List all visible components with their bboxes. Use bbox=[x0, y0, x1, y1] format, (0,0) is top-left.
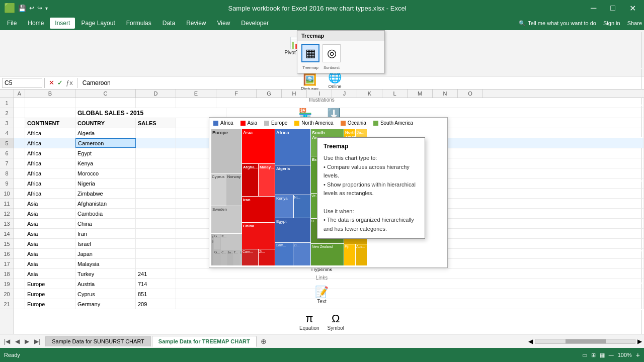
cell-c20[interactable]: Cyprus bbox=[75, 289, 136, 299]
cell-c11[interactable]: Afghanistan bbox=[75, 199, 136, 208]
row-num-10[interactable]: 10 bbox=[0, 189, 14, 199]
zoom-in-btn[interactable]: + bbox=[636, 351, 640, 359]
c-cell[interactable]: C... bbox=[221, 250, 226, 265]
tell-me[interactable]: 🔍 Tell me what you want to do bbox=[519, 20, 596, 27]
cell-b3[interactable]: CONTINENT bbox=[25, 118, 75, 128]
cell-a12[interactable] bbox=[14, 209, 25, 218]
norway-cell[interactable]: Norway bbox=[227, 174, 242, 206]
cell-a8[interactable] bbox=[14, 168, 25, 178]
cell-d16[interactable] bbox=[136, 249, 176, 258]
row-num-11[interactable]: 11 bbox=[0, 199, 14, 209]
cell-c8[interactable]: Morocco bbox=[75, 168, 136, 178]
row-num-19[interactable]: 19 bbox=[0, 279, 14, 289]
row-num-21[interactable]: 21 bbox=[0, 299, 14, 309]
cell-d1[interactable] bbox=[136, 98, 176, 108]
ni-cell[interactable]: Ni... bbox=[294, 195, 311, 218]
tab-prev-btn[interactable]: ◀ bbox=[13, 337, 22, 346]
uk-cell[interactable]: United King... bbox=[211, 234, 213, 265]
col-header-e[interactable]: E bbox=[176, 89, 216, 98]
africa-main[interactable]: Africa bbox=[275, 129, 310, 165]
cell-a10[interactable] bbox=[14, 189, 25, 198]
menu-data[interactable]: Data bbox=[157, 18, 180, 29]
redo-icon[interactable]: ↪ bbox=[37, 5, 42, 12]
cell-c4[interactable]: Algeria bbox=[75, 128, 136, 138]
iran-cell[interactable]: Iran bbox=[242, 197, 275, 223]
row-num-14[interactable]: 14 bbox=[0, 229, 14, 239]
cell-b17[interactable]: Asia bbox=[25, 259, 75, 268]
cell-c5[interactable]: Cameroon bbox=[75, 138, 136, 148]
cell-c2[interactable]: GLOBAL SALES - 2015 bbox=[75, 108, 226, 118]
cell-d7[interactable] bbox=[136, 158, 176, 168]
tab-next-btn[interactable]: ▶ bbox=[23, 337, 31, 346]
row-num-8[interactable]: 8 bbox=[0, 168, 14, 178]
cell-c18[interactable]: Turkey bbox=[75, 269, 136, 279]
cell-e1[interactable] bbox=[176, 98, 216, 108]
cell-a9[interactable] bbox=[14, 178, 25, 188]
menu-formulas[interactable]: Formulas bbox=[121, 18, 156, 29]
col-header-g[interactable]: G bbox=[257, 89, 282, 98]
close-btn[interactable]: ✕ bbox=[625, 3, 640, 14]
cell-c9[interactable]: Nigeria bbox=[75, 178, 136, 188]
cell-rest-20[interactable] bbox=[176, 289, 644, 299]
cell-a16[interactable] bbox=[14, 249, 25, 258]
cell-b8[interactable]: Africa bbox=[25, 168, 75, 178]
cell-rest-19[interactable] bbox=[176, 279, 644, 289]
cell-b9[interactable]: Africa bbox=[25, 178, 75, 188]
scroll-right-btn[interactable]: ▶ bbox=[637, 338, 642, 345]
cell-c13[interactable]: China bbox=[75, 219, 136, 228]
cell-c10[interactable]: Zimbabwe bbox=[75, 189, 136, 198]
cell-c3[interactable]: COUNTRY bbox=[75, 118, 136, 128]
cell-b4[interactable]: Africa bbox=[25, 128, 75, 138]
cell-c1[interactable] bbox=[75, 98, 136, 108]
cell-d18[interactable]: 241 bbox=[136, 269, 176, 279]
restore-btn[interactable]: □ bbox=[606, 3, 619, 14]
cell-a7[interactable] bbox=[14, 158, 25, 168]
treemap-icon-selected[interactable]: ▦ bbox=[301, 44, 319, 62]
scroll-track[interactable] bbox=[535, 339, 635, 344]
share-btn[interactable]: Share bbox=[627, 20, 642, 26]
cell-a1[interactable] bbox=[14, 98, 25, 108]
undo-icon[interactable]: ↩ bbox=[29, 5, 34, 12]
zoom-out-btn[interactable]: ─ bbox=[609, 351, 614, 359]
cell-b14[interactable]: Asia bbox=[25, 229, 75, 238]
cell-d8[interactable] bbox=[136, 168, 176, 178]
minimize-btn[interactable]: ─ bbox=[587, 3, 600, 14]
zi-cell[interactable]: Zi... bbox=[259, 249, 275, 265]
cell-b16[interactable]: Asia bbox=[25, 249, 75, 258]
cell-b15[interactable]: Asia bbox=[25, 239, 75, 248]
cell-a15[interactable] bbox=[14, 239, 25, 248]
row-num-20[interactable]: 20 bbox=[0, 289, 14, 299]
cell-a20[interactable] bbox=[14, 289, 25, 299]
cell-c19[interactable]: Austria bbox=[75, 279, 136, 289]
tab-first-btn[interactable]: |◀ bbox=[2, 337, 12, 346]
cell-d20[interactable]: 851 bbox=[136, 289, 176, 299]
cyprus-cell[interactable]: Cyprus bbox=[211, 174, 226, 206]
page-layout-view-btn[interactable]: ⊞ bbox=[591, 352, 596, 358]
china-cell[interactable]: China bbox=[242, 223, 275, 249]
cell-d12[interactable] bbox=[136, 209, 176, 218]
cell-d17[interactable] bbox=[136, 259, 176, 268]
cell-d14[interactable] bbox=[136, 229, 176, 238]
add-sheet-btn[interactable]: ⊕ bbox=[257, 335, 271, 347]
cell-a17[interactable] bbox=[14, 259, 25, 268]
ja-cell[interactable]: Ja... bbox=[227, 250, 233, 265]
sweden-cell[interactable]: Sweden bbox=[211, 206, 242, 233]
row-num-6[interactable]: 6 bbox=[0, 148, 14, 158]
row-num-2[interactable]: 2 bbox=[0, 108, 14, 118]
page-break-view-btn[interactable]: ▦ bbox=[600, 352, 605, 358]
cell-a11[interactable] bbox=[14, 199, 25, 208]
kenya-cell[interactable]: Kenya bbox=[275, 195, 293, 218]
col-header-l[interactable]: L bbox=[382, 89, 408, 98]
malaysia-cell[interactable]: Malay... bbox=[259, 164, 275, 196]
new-zealand-cell[interactable]: New Zealand bbox=[311, 244, 344, 265]
col-header-n[interactable]: N bbox=[433, 89, 458, 98]
menu-home[interactable]: Home bbox=[23, 18, 49, 29]
zi-cell2[interactable]: Zi... bbox=[293, 243, 311, 265]
menu-page-layout[interactable]: Page Layout bbox=[76, 18, 120, 29]
cell-d13[interactable] bbox=[136, 219, 176, 228]
cell-a18[interactable] bbox=[14, 269, 25, 279]
cell-c14[interactable]: Iran bbox=[75, 229, 136, 238]
row-num-12[interactable]: 12 bbox=[0, 209, 14, 219]
cell-b18[interactable]: Asia bbox=[25, 269, 75, 279]
aus-cell[interactable]: Aus... bbox=[356, 244, 367, 265]
